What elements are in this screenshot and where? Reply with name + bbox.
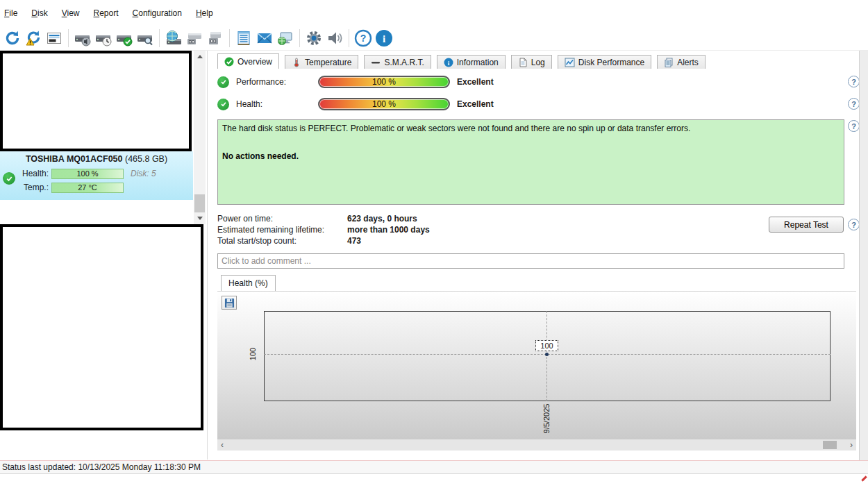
toolbar-separator: [299, 29, 300, 47]
repeat-test-help-icon[interactable]: ?: [848, 219, 860, 230]
disk-temp-bar: 27 °C: [51, 183, 124, 193]
menu-view[interactable]: View: [62, 8, 80, 18]
stat-remaining-lifetime: Estimated remaining lifetime: more than …: [217, 225, 634, 235]
tab-information[interactable]: i Information: [437, 55, 506, 69]
tab-alerts[interactable]: Alerts: [657, 55, 706, 69]
disk-model: TOSHIBA MQ01ACF050: [26, 154, 123, 164]
disk-test-icon[interactable]: [114, 28, 135, 49]
disk-online-icon[interactable]: [163, 28, 184, 49]
health-ok-icon: [217, 99, 229, 110]
disk-title: TOSHIBA MQ01ACF050 (465.8 GB): [0, 151, 193, 164]
alerts-pages-icon: [664, 58, 674, 67]
sidebar-splitter[interactable]: [207, 51, 208, 460]
disk-clock-icon[interactable]: [93, 28, 114, 49]
stat-power-on-time: Power on time: 623 days, 0 hours: [217, 214, 634, 224]
scroll-left-icon[interactable]: ‹: [217, 439, 227, 451]
menu-file[interactable]: File: [4, 8, 17, 18]
toolbar-separator: [229, 29, 230, 47]
redacted-region-top: [0, 51, 192, 151]
smart-dash-icon: [371, 58, 381, 67]
performance-rating: Excellent: [457, 77, 494, 87]
details-icon[interactable]: [44, 28, 65, 49]
status-help-icon[interactable]: ?: [848, 120, 860, 132]
floppy-save-icon: [224, 298, 235, 308]
redacted-region-bottom: [0, 224, 203, 430]
svg-text:i: i: [383, 33, 385, 44]
chart-plot-area: [264, 311, 831, 401]
disk-sound-icon[interactable]: [72, 28, 93, 49]
tab-temperature[interactable]: Temperature: [285, 55, 358, 69]
health-label: Health:: [236, 99, 318, 109]
report-icon[interactable]: [233, 28, 254, 49]
tab-overview[interactable]: Overview: [217, 53, 279, 69]
main-tab-bar: Overview Temperature S.M.A.R.T. i Inform…: [217, 53, 706, 69]
status-text-line1: The hard disk status is PERFECT. Problem…: [222, 124, 840, 133]
health-row: Health: 100 % Excellent: [217, 97, 856, 111]
disk-ok-check-icon: [3, 172, 15, 185]
tab-log[interactable]: Log: [511, 55, 552, 69]
toolbar-separator: [68, 29, 69, 47]
thermometer-icon: [292, 58, 301, 67]
status-text-line2: No actions needed.: [222, 151, 840, 161]
chart-xaxis-date-label: 9/5/2025: [542, 399, 551, 438]
chart-point-label: 100: [535, 340, 558, 351]
resize-grip[interactable]: [861, 476, 867, 481]
menu-bar: File Disk View Report Configuration Help: [0, 0, 868, 26]
tab-disk-performance[interactable]: Disk Performance: [558, 55, 651, 69]
information-icon: i: [444, 58, 453, 67]
stat-start-stop-count: Total start/stop count: 473: [217, 236, 634, 246]
menu-report[interactable]: Report: [94, 8, 119, 18]
menu-configuration[interactable]: Configuration: [133, 8, 182, 18]
save-chart-button[interactable]: [222, 296, 237, 310]
toolbar: ? i: [0, 26, 868, 51]
help-icon[interactable]: ?: [353, 28, 374, 49]
performance-help-icon[interactable]: ?: [848, 76, 860, 87]
chart-gridline-vertical: [546, 311, 547, 401]
scrollbar-track[interactable]: [227, 440, 846, 450]
scroll-down-icon[interactable]: [194, 212, 206, 224]
email-icon[interactable]: [254, 28, 275, 49]
log-document-icon: [518, 58, 528, 67]
chart-hscrollbar[interactable]: ‹ ›: [217, 439, 856, 451]
scrollbar-thumb[interactable]: [823, 441, 837, 449]
scroll-right-icon[interactable]: ›: [846, 439, 856, 451]
chart-ytick-label: 100: [249, 344, 257, 364]
hard-disk-sentinel-window: File Disk View Report Configuration Help: [0, 0, 868, 488]
remote-monitor-icon[interactable]: [275, 28, 296, 49]
overview-check-icon: [224, 57, 234, 67]
disk-hardware-icon[interactable]: [205, 28, 226, 49]
disk-status-textbox: The hard disk status is PERFECT. Problem…: [217, 119, 844, 205]
scroll-up-icon[interactable]: [194, 51, 206, 62]
scrollbar-thumb[interactable]: [194, 194, 205, 212]
disk-search-icon[interactable]: [135, 28, 156, 49]
health-gauge: 100 %: [318, 98, 450, 110]
sound-icon[interactable]: [324, 28, 345, 49]
comment-input[interactable]: [217, 253, 844, 269]
health-help-icon[interactable]: ?: [848, 98, 860, 110]
window-right-gutter: [859, 51, 868, 460]
menu-help[interactable]: Help: [196, 8, 213, 18]
disk-list-item-toshiba[interactable]: TOSHIBA MQ01ACF050 (465.8 GB) Health: 10…: [0, 151, 193, 200]
repeat-test-button[interactable]: Repeat Test: [769, 217, 844, 233]
chart-data-point: [545, 353, 549, 356]
refresh-warning-icon[interactable]: [23, 28, 44, 49]
health-history-chart: 100 100 9/5/2025 ‹ ›: [217, 291, 856, 450]
performance-chart-icon: [565, 58, 575, 67]
disk-connect-icon[interactable]: [184, 28, 205, 49]
performance-label: Performance:: [236, 77, 318, 87]
performance-gauge: 100 %: [318, 76, 450, 88]
info-icon[interactable]: i: [374, 28, 394, 49]
refresh-icon[interactable]: [2, 28, 23, 49]
tab-smart[interactable]: S.M.A.R.T.: [364, 55, 431, 69]
performance-row: Performance: 100 % Excellent: [217, 75, 856, 89]
settings-gear-icon[interactable]: [303, 28, 324, 49]
sidebar-scrollbar[interactable]: [194, 51, 206, 224]
toolbar-separator: [159, 29, 160, 47]
disk-capacity: (465.8 GB): [125, 154, 167, 164]
chart-tab-health[interactable]: Health (%): [221, 275, 276, 291]
status-last-updated: Status last updated: 10/13/2025 Monday 1…: [2, 462, 201, 472]
disk-number: Disk: 5: [131, 169, 156, 178]
svg-text:?: ?: [360, 33, 367, 44]
menu-disk[interactable]: Disk: [31, 8, 47, 18]
toolbar-separator: [349, 29, 349, 47]
